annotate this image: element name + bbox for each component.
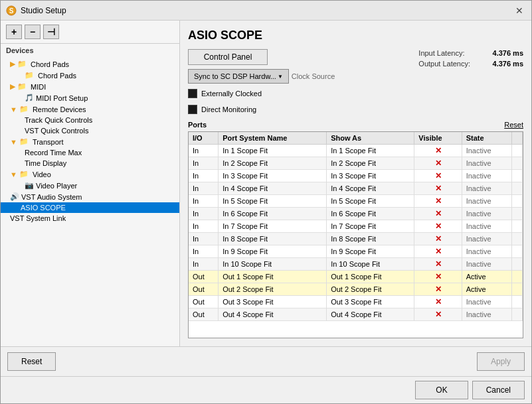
visible-checkbox-icon: ✕ (435, 184, 442, 193)
cell-visible[interactable]: ✕ (414, 170, 462, 182)
remove-button[interactable]: − (25, 25, 41, 39)
sidebar-item-label: Record Time Max (25, 149, 82, 157)
sidebar-item-asio-scope[interactable]: ASIO SCOPE (1, 202, 179, 213)
midi-icon: 🎵 (25, 94, 34, 102)
window-title: Studio Setup (21, 6, 66, 15)
cell-port-name: Out 2 Scope Fit (219, 283, 327, 296)
cell-port-name: In 2 Scope Fit (219, 157, 327, 170)
final-bar: OK Cancel (1, 376, 531, 403)
cell-visible[interactable]: ✕ (414, 271, 462, 283)
cell-state: Inactive (462, 308, 511, 321)
cell-port-name: In 6 Scope Fit (219, 208, 327, 220)
table-row: In In 7 Scope Fit In 7 Scope Fit ✕ Inact… (189, 220, 523, 233)
cell-state: Inactive (462, 220, 511, 233)
bottom-right: Apply (477, 352, 525, 371)
sidebar-item-vst-quick-controls[interactable]: VST Quick Controls (1, 125, 179, 136)
ok-button[interactable]: OK (415, 381, 468, 399)
input-latency-label: Input Latency: (418, 49, 464, 57)
cell-show-as: Out 3 Scope Fit (327, 296, 414, 308)
cell-state: Inactive (462, 182, 511, 195)
cell-scroll (512, 308, 523, 321)
sidebar-item-label: MIDI (31, 83, 46, 91)
cell-visible[interactable]: ✕ (414, 208, 462, 220)
cell-port-name: In 5 Scope Fit (219, 195, 327, 208)
visible-checkbox-icon: ✕ (435, 146, 442, 155)
clock-source-label: Clock Source (292, 72, 335, 80)
cell-state: Inactive (462, 208, 511, 220)
cell-visible[interactable]: ✕ (414, 233, 462, 245)
sidebar-item-record-time-max[interactable]: Record Time Max (1, 147, 179, 158)
reset-button[interactable]: Reset (7, 352, 56, 371)
folder-icon: 📁 (17, 60, 27, 68)
cancel-button[interactable]: Cancel (472, 381, 525, 399)
cell-show-as: In 2 Scope Fit (327, 157, 414, 170)
sidebar-item-vst-system-link[interactable]: VST System Link (1, 213, 179, 224)
cell-io: In (189, 258, 219, 271)
cell-visible[interactable]: ✕ (414, 145, 462, 157)
externally-clocked-label: Externally Clocked (201, 90, 262, 98)
cell-visible[interactable]: ✕ (414, 258, 462, 271)
sidebar-item-label: Video (33, 170, 51, 178)
cell-visible[interactable]: ✕ (414, 245, 462, 258)
cell-state: Active (462, 283, 511, 296)
add-button[interactable]: + (6, 25, 22, 39)
audio-icon: 🔊 (10, 192, 19, 201)
sidebar-item-remote-devices[interactable]: ▼ 📁 Remote Devices (1, 103, 179, 115)
cell-show-as: In 5 Scope Fit (327, 195, 414, 208)
sidebar-item-time-display[interactable]: Time Display (1, 158, 179, 168)
sidebar-item-label: VST System Link (10, 214, 66, 222)
cell-scroll (512, 220, 523, 233)
sidebar-item-chord-pads-2[interactable]: 📁 Chord Pads (1, 70, 179, 81)
cell-visible[interactable]: ✕ (414, 195, 462, 208)
cell-scroll (512, 170, 523, 182)
sidebar-item-label: ASIO SCOPE (21, 204, 66, 212)
sidebar-item-label: Chord Pads (38, 72, 76, 80)
ports-label: Ports (188, 121, 207, 129)
cell-visible[interactable]: ✕ (414, 283, 462, 296)
visible-checkbox-icon: ✕ (435, 234, 442, 243)
output-latency-row: Output Latency: 4.376 ms (418, 60, 523, 68)
control-panel-button[interactable]: Control Panel (188, 49, 268, 65)
folder-icon: 📁 (25, 71, 34, 80)
sidebar-item-track-quick-controls[interactable]: Track Quick Controls (1, 115, 179, 125)
sidebar-item-midi-port-setup[interactable]: 🎵 MIDI Port Setup (1, 92, 179, 103)
cell-visible[interactable]: ✕ (414, 296, 462, 308)
externally-clocked-checkbox[interactable] (188, 89, 197, 98)
cell-scroll (512, 182, 523, 195)
direct-monitoring-checkbox[interactable] (188, 105, 197, 114)
ports-reset-link[interactable]: Reset (504, 121, 523, 129)
video-icon: 📷 (25, 181, 34, 190)
col-state: State (462, 132, 511, 145)
back-button[interactable]: ⊣ (43, 25, 59, 39)
cell-scroll (512, 245, 523, 258)
sidebar-item-chord-pads-1[interactable]: ▶ 📁 Chord Pads (1, 58, 179, 70)
cell-scroll (512, 271, 523, 283)
apply-button[interactable]: Apply (477, 352, 525, 371)
sidebar-item-vst-audio-system[interactable]: 🔊 VST Audio System (1, 191, 179, 202)
cell-port-name: In 1 Scope Fit (219, 145, 327, 157)
sidebar-item-video-player[interactable]: 📷 Video Player (1, 180, 179, 191)
visible-checkbox-icon: ✕ (435, 272, 442, 281)
panel-left-controls: Control Panel Sync to SC DSP Hardw... ▼ … (188, 49, 335, 115)
table-row: In In 4 Scope Fit In 4 Scope Fit ✕ Inact… (189, 182, 523, 195)
input-latency-value: 4.376 ms (484, 49, 523, 57)
cell-visible[interactable]: ✕ (414, 308, 462, 321)
sidebar-item-video[interactable]: ▼ 📁 Video (1, 168, 179, 180)
cell-io: In (189, 182, 219, 195)
close-button[interactable]: ✕ (513, 4, 526, 17)
ports-header: Ports Reset (188, 121, 523, 129)
cell-visible[interactable]: ✕ (414, 220, 462, 233)
folder-icon: 📁 (19, 105, 29, 113)
sidebar-item-label: Time Display (25, 159, 66, 167)
sidebar-item-transport[interactable]: ▼ 📁 Transport (1, 136, 179, 147)
cell-io: Out (189, 308, 219, 321)
sidebar-item-label: MIDI Port Setup (36, 94, 88, 102)
cell-show-as: In 4 Scope Fit (327, 182, 414, 195)
sync-button[interactable]: Sync to SC DSP Hardw... ▼ (188, 69, 289, 84)
cell-port-name: In 10 Scope Fit (219, 258, 327, 271)
visible-checkbox-icon: ✕ (435, 247, 442, 256)
cell-visible[interactable]: ✕ (414, 157, 462, 170)
cell-visible[interactable]: ✕ (414, 182, 462, 195)
cell-show-as: In 10 Scope Fit (327, 258, 414, 271)
sidebar-item-midi[interactable]: ▶ 📁 MIDI (1, 81, 179, 92)
